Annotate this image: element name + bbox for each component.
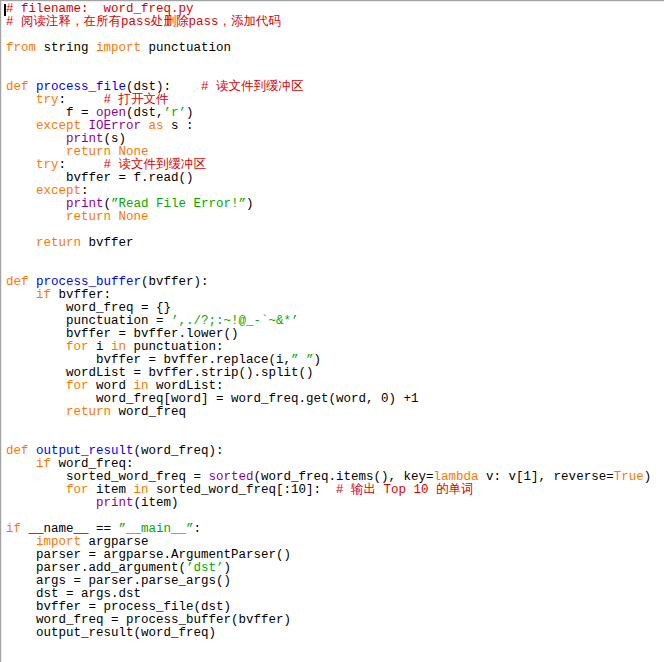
code-token: )	[644, 470, 652, 484]
code-token	[6, 158, 36, 172]
code-line: bvffer = f.read()	[6, 172, 664, 185]
code-token: output_result(word_freq)	[6, 626, 216, 640]
code-token: except	[36, 119, 81, 133]
code-token: # 读文件到缓冲区	[104, 158, 207, 172]
code-line	[6, 419, 664, 432]
code-token: :	[59, 158, 104, 172]
code-token: def	[6, 444, 29, 458]
code-token: (item)	[134, 496, 179, 510]
code-token: print	[96, 496, 134, 510]
code-token: (word_freq.items(), key=	[254, 470, 434, 484]
code-token	[6, 496, 96, 510]
code-token	[6, 236, 36, 250]
code-token: word	[89, 379, 134, 393]
code-token: punctuation:	[126, 340, 224, 354]
code-token: import	[36, 535, 81, 549]
code-token	[29, 444, 37, 458]
code-editor[interactable]: # filename: word_freq.py# 阅读注释，在所有pass处删…	[0, 0, 664, 662]
code-token: for	[66, 379, 89, 393]
code-token: __name__ ==	[21, 522, 119, 536]
code-token: for	[66, 340, 89, 354]
code-token: sorted_word_freq =	[6, 470, 209, 484]
code-token: :	[81, 184, 89, 198]
code-token: return	[66, 210, 111, 224]
code-token: ”__main__”	[119, 522, 194, 536]
code-token	[111, 145, 119, 159]
code-token: process_buffer	[36, 275, 141, 289]
code-token: try	[36, 158, 59, 172]
code-token: (bvffer):	[141, 275, 209, 289]
code-token: # 读文件到缓冲区	[201, 80, 304, 94]
code-token	[6, 119, 36, 133]
code-token: if	[36, 288, 51, 302]
code-token: (s)	[104, 132, 127, 146]
code-line: return None	[6, 211, 664, 224]
code-token	[111, 210, 119, 224]
code-token: return	[66, 405, 111, 419]
code-token: ’dst’	[186, 561, 224, 575]
code-token: :	[59, 93, 104, 107]
code-token	[6, 210, 66, 224]
code-token: try	[36, 93, 59, 107]
code-token	[6, 184, 36, 198]
code-token: def	[6, 275, 29, 289]
code-token: string	[36, 41, 96, 55]
code-token: word_freq = process_buffer(bvffer)	[6, 613, 291, 627]
code-token: process_file	[36, 80, 126, 94]
code-token: i	[89, 340, 112, 354]
code-token: item	[89, 483, 134, 497]
code-token: )	[314, 353, 322, 367]
code-token: # filename: word_freq.py	[6, 2, 194, 16]
code-token	[29, 80, 37, 94]
code-token: wordList:	[149, 379, 224, 393]
code-token: return	[36, 236, 81, 250]
code-token: )	[246, 197, 254, 211]
code-token: (dst,	[126, 106, 164, 120]
code-token: in	[111, 340, 126, 354]
code-token: except	[36, 184, 81, 198]
code-token: word_freq[word] = word_freq.get(word, 0)…	[6, 392, 419, 406]
code-token: ” ”	[291, 353, 314, 367]
code-line: output_result(word_freq)	[6, 627, 664, 640]
code-line: print(item)	[6, 497, 664, 510]
text-cursor	[4, 4, 6, 16]
code-token: bvffer	[81, 236, 134, 250]
code-line: # 阅读注释，在所有pass处删除pass，添加代码	[6, 16, 664, 29]
code-token: punctuation	[141, 41, 231, 55]
code-token	[6, 405, 66, 419]
code-token	[81, 119, 89, 133]
code-line	[6, 250, 664, 263]
code-line: return word_freq	[6, 406, 664, 419]
code-token	[6, 93, 36, 107]
code-token	[6, 197, 66, 211]
code-token: word_freq	[111, 405, 186, 419]
code-line	[6, 55, 664, 68]
code-token: as	[149, 119, 164, 133]
code-token: s :	[164, 119, 194, 133]
code-token	[6, 379, 66, 393]
code-token: parser.add_argument(	[6, 561, 186, 575]
code-token: None	[119, 210, 149, 224]
code-token: word_freq:	[51, 457, 134, 471]
code-token: (	[104, 197, 112, 211]
code-area[interactable]: # filename: word_freq.py# 阅读注释，在所有pass处删…	[1, 1, 664, 640]
code-token: return	[66, 145, 111, 159]
code-token: if	[6, 522, 21, 536]
code-token: from	[6, 41, 36, 55]
code-token: bvffer = bvffer.lower()	[6, 327, 239, 341]
code-token	[141, 119, 149, 133]
code-token: sorted_word_freq[:10]:	[149, 483, 337, 497]
code-token: wordList = bvffer.strip().split()	[6, 366, 314, 380]
code-token: output_result	[36, 444, 134, 458]
code-token: for	[66, 483, 89, 497]
code-token: # 阅读注释，在所有pass处删除pass，添加代码	[6, 15, 281, 29]
code-token: parser = argparse.ArgumentParser()	[6, 548, 291, 562]
code-token: IOError	[89, 119, 142, 133]
code-token: punctuation =	[6, 314, 171, 328]
code-token: import	[96, 41, 141, 55]
code-token: :	[194, 522, 202, 536]
code-token: open	[96, 106, 126, 120]
code-token: dst = args.dst	[6, 587, 141, 601]
code-token: # 打开文件	[104, 93, 169, 107]
code-token: )	[186, 106, 194, 120]
